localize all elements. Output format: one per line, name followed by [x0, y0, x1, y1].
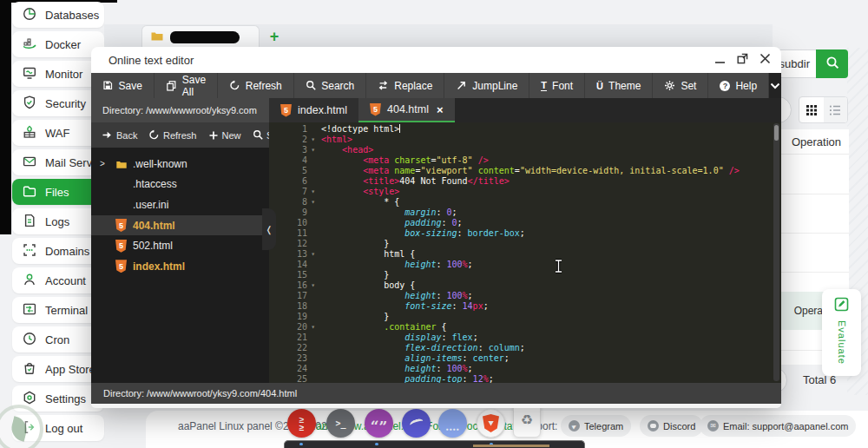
- sidebar-item-label: Files: [45, 186, 69, 199]
- evaluate-label: Evaluate: [837, 320, 847, 365]
- code-line[interactable]: 8▾ * {: [269, 197, 781, 208]
- code-line[interactable]: 20▾ .container {: [269, 322, 781, 333]
- maximize-button[interactable]: [737, 53, 748, 67]
- discord-icon: [648, 420, 659, 432]
- code-line[interactable]: 24 height: 100%;: [269, 364, 781, 374]
- toolbar-search-button[interactable]: Search: [294, 73, 367, 98]
- toolbar-replace-button[interactable]: Replace: [366, 73, 444, 98]
- tree-item-.well-known[interactable]: >.well-known: [91, 154, 269, 175]
- view-toggle: [799, 96, 848, 123]
- editor-tab-index.html[interactable]: 5index.html: [269, 98, 358, 122]
- code-text: box-sizing: border-box;: [311, 228, 525, 239]
- fold-arrow-icon[interactable]: ▾: [311, 135, 315, 143]
- tree-item-.htaccess[interactable]: .htaccess: [91, 175, 269, 195]
- code-line[interactable]: 6 <title>404 Not Found</title>: [269, 176, 781, 187]
- code-text: }: [311, 312, 389, 322]
- code-line[interactable]: 4 <meta charset="utf-8" />: [269, 155, 781, 166]
- code-line[interactable]: 7▾ <style>: [269, 187, 781, 197]
- sidebar-item-label: Docker: [45, 38, 81, 51]
- code-line[interactable]: 25 padding-top: 12%;: [269, 374, 781, 383]
- code-line[interactable]: 14 height: 100%;: [269, 260, 781, 270]
- tree-item-index.html[interactable]: 5index.html: [91, 256, 269, 277]
- filemanager-path-tab[interactable]: [141, 25, 260, 48]
- grid-view-button[interactable]: [799, 97, 824, 122]
- fold-arrow-icon[interactable]: ▾: [311, 250, 315, 258]
- tree-item-.user.ini[interactable]: .user.ini: [91, 194, 269, 215]
- toolbar-font-button[interactable]: TFont: [529, 73, 585, 98]
- code-line[interactable]: 5 <meta name="viewport" content="width=d…: [269, 166, 781, 176]
- code-line[interactable]: 16▾ body {: [269, 280, 781, 291]
- indigo-app-icon[interactable]: [402, 409, 431, 438]
- sidebar-item-label: WAF: [45, 127, 69, 140]
- evaluate-tab[interactable]: Evaluate: [822, 289, 861, 376]
- code-line[interactable]: 19 }: [269, 312, 781, 322]
- filetree-refresh-button[interactable]: Refresh: [148, 129, 196, 141]
- editor-scrollbar[interactable]: [773, 123, 779, 381]
- folder-icon: [115, 158, 128, 170]
- brave-browser-icon[interactable]: [477, 409, 505, 438]
- line-number: 7▾: [269, 187, 311, 197]
- code-line[interactable]: 11 box-sizing: border-box;: [269, 228, 781, 239]
- filetree-back-button[interactable]: Back: [102, 129, 137, 141]
- code-line[interactable]: 10 padding: 0;: [269, 218, 781, 228]
- toolbar-theme-button[interactable]: ÜTheme: [585, 73, 653, 98]
- html5-icon: 5: [370, 103, 381, 116]
- code-editor[interactable]: 1<!doctype html>2▾<html>3▾ <head>4 <meta…: [269, 122, 781, 383]
- blue-app-icon[interactable]: ●●●●: [438, 409, 467, 438]
- tree-item-404.html[interactable]: 5404.html: [91, 215, 269, 236]
- code-line[interactable]: 17 height: 100%;: [269, 291, 781, 301]
- code-line[interactable]: 23 align-items: center;: [269, 353, 781, 364]
- toolbar-button-label: Save All: [182, 74, 206, 98]
- toolbar-save-button[interactable]: Save: [91, 73, 155, 98]
- mouse-ibeam-cursor: [554, 259, 563, 277]
- code-text: padding-top: 12%;: [311, 374, 494, 383]
- gray-terminal-app-icon[interactable]: >_: [326, 409, 355, 438]
- sidebar-item-databases[interactable]: Databases: [12, 2, 104, 28]
- footer-pill-email[interactable]: ✉Email: support@aapanel.com: [700, 415, 856, 437]
- line-number: 16▾: [269, 280, 311, 291]
- redacted-path: [170, 31, 240, 43]
- code-line[interactable]: 9 margin: 0;: [269, 208, 781, 218]
- toolbar-more-button[interactable]: [769, 73, 781, 98]
- code-line[interactable]: 13▾ html {: [269, 249, 781, 260]
- tab-close-icon[interactable]: ×: [437, 103, 444, 116]
- fold-arrow-icon[interactable]: ▾: [311, 198, 315, 206]
- filetree-new-button[interactable]: New: [208, 130, 241, 141]
- code-text: <style>: [311, 187, 399, 197]
- close-button[interactable]: [760, 53, 771, 67]
- code-line[interactable]: 12 }: [269, 239, 781, 249]
- code-line[interactable]: 22 flex-direction: column;: [269, 343, 781, 353]
- code-line[interactable]: 15 }: [269, 270, 781, 280]
- tree-item-502.html[interactable]: 5502.html: [91, 235, 269, 256]
- footer-pill-discord[interactable]: Discord: [640, 415, 703, 437]
- code-line[interactable]: 2▾<html>: [269, 135, 781, 145]
- tree-expander-icon[interactable]: >: [100, 159, 110, 168]
- footer-pill-telegram[interactable]: ▶Telegram: [561, 415, 631, 437]
- code-text: align-items: center;: [311, 353, 510, 364]
- code-line[interactable]: 3▾ <head>: [269, 145, 781, 155]
- code-line[interactable]: 18 font-size: 14px;: [269, 301, 781, 312]
- tree-collapse-handle[interactable]: ❬: [262, 208, 276, 250]
- purple-quotes-app-icon[interactable]: “”: [365, 409, 393, 438]
- toolbar-save-all-button[interactable]: Save All: [155, 73, 218, 98]
- fold-arrow-icon[interactable]: ▾: [311, 146, 315, 154]
- appstore-icon: [22, 360, 37, 379]
- toolbar-help-button[interactable]: ?Help: [708, 73, 769, 98]
- toolbar-jumpline-button[interactable]: JumpLine: [444, 73, 529, 98]
- new-tab-button[interactable]: +: [263, 26, 286, 47]
- red-terminal-app-icon[interactable]: ≥≥: [287, 409, 316, 438]
- toolbar-set-button[interactable]: Set: [653, 73, 708, 98]
- fold-arrow-icon[interactable]: ▾: [311, 281, 315, 289]
- minimize-button[interactable]: [714, 54, 726, 67]
- fold-arrow-icon[interactable]: ▾: [311, 188, 315, 195]
- line-number: 8▾: [269, 197, 311, 208]
- code-line[interactable]: 21 display: flex;: [269, 333, 781, 343]
- editor-tab-404.html[interactable]: 5404.html×: [358, 98, 455, 122]
- fold-arrow-icon[interactable]: ▾: [311, 323, 315, 331]
- scrollbar-thumb[interactable]: [774, 125, 779, 141]
- list-view-button[interactable]: [824, 97, 848, 122]
- toolbar-refresh-button[interactable]: Refresh: [218, 73, 294, 98]
- search-button[interactable]: [816, 49, 848, 78]
- code-line[interactable]: 1<!doctype html>: [269, 124, 781, 135]
- code-text: body {: [311, 280, 415, 291]
